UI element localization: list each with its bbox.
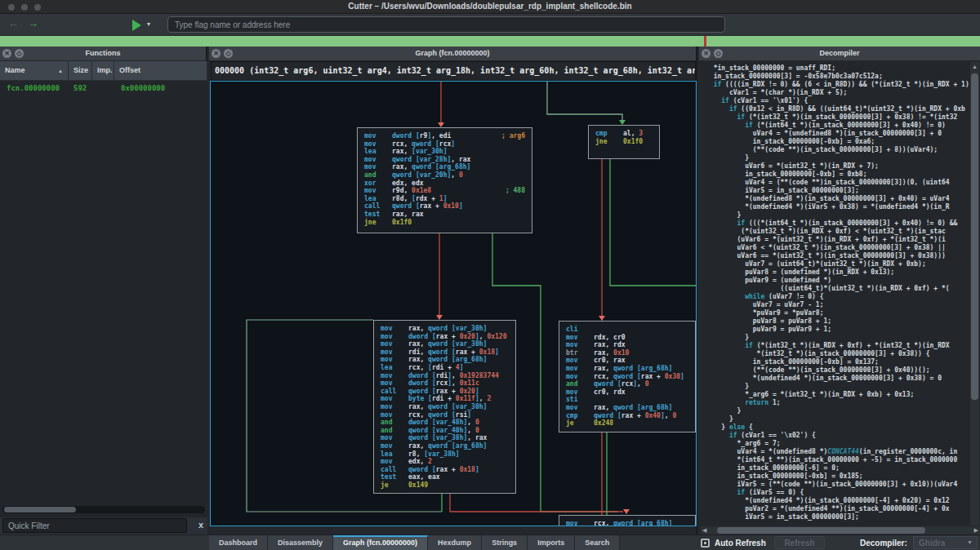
- graph-node[interactable]: climovrdx, cr0movrax, rdxbtrrax, 0x10mov…: [559, 321, 696, 432]
- scrollbar-handle[interactable]: [971, 73, 978, 400]
- auto-refresh-label: Auto Refresh: [715, 539, 766, 548]
- decompiler-line: puVar8 = (undefined *)(in_RDX + 0x13);: [706, 268, 970, 277]
- decompiler-line: }: [706, 415, 970, 424]
- debug-dropdown-caret-icon[interactable]: ▾: [147, 20, 150, 28]
- asm-instruction: xoredx, edx: [364, 180, 525, 188]
- tab-imports[interactable]: Imports: [528, 535, 575, 550]
- decompiler-line: uVar7 = uVar7 - 1;: [706, 301, 970, 309]
- asm-instruction: movrax, qword [arg_68h]: [566, 365, 688, 373]
- asm-instruction: movr9d, 0x1e8; 488: [364, 187, 525, 195]
- address-colorbar-marker: [704, 36, 706, 47]
- decompiler-select-label: Decompiler:: [860, 539, 907, 548]
- decompiler-line: (uVar6 = *(uint32_t *)(in_RDX + 0xf) + *…: [706, 236, 970, 244]
- decompiler-line: puVar8 = puVar8 + 1;: [706, 317, 970, 326]
- decompiler-line: *_arg6 = 7;: [706, 440, 970, 448]
- decompiler-vertical-scrollbar[interactable]: ▲: [970, 62, 979, 526]
- asm-instruction: movrax, qword [arg_68h]: [381, 442, 509, 450]
- decompiler-line: *(undefined4 *)(in_stack_00000000[3] + 0…: [706, 375, 970, 383]
- refresh-button[interactable]: Refresh: [774, 536, 825, 549]
- graph-node[interactable]: movrcx, qword [arg_68h]: [559, 515, 696, 526]
- back-arrow-icon[interactable]: ←: [8, 17, 19, 29]
- scroll-up-icon[interactable]: ▲: [972, 64, 978, 69]
- checkbox-mark-icon: [704, 542, 706, 544]
- column-header-imp[interactable]: Imp.: [92, 61, 114, 81]
- graph-node[interactable]: cmpal, 3jne0x1f0: [588, 125, 660, 159]
- asm-instruction: movcr0, rax: [566, 357, 688, 365]
- graph-panel-header: ✕ ◇ Graph (fcn.00000000): [209, 47, 696, 61]
- decompiler-line: }: [706, 334, 970, 342]
- decompiler-horizontal-scrollbar[interactable]: ◀ ▶: [701, 526, 980, 534]
- decompiler-line: *(int32_t *)(in_stack_00000000[3] + 0x38…: [706, 350, 970, 358]
- asm-instruction: jne0x1f0: [595, 138, 653, 146]
- debug-start-icon[interactable]: [132, 20, 141, 31]
- decompiler-line: if ((((in_RDX != 0) && (6 < in_R8D)) && …: [706, 81, 970, 89]
- decompiler-line: uVar4 = (**(code **)in_stack_00000000[3]…: [706, 179, 970, 187]
- decompiler-line: uVar7 = (uint64_t)*(uint32_t *)(in_RDX +…: [706, 260, 970, 268]
- address-search-input[interactable]: [167, 16, 725, 33]
- decompiler-line: if (cVar1 == '\x02') {: [706, 432, 970, 440]
- asm-instruction: movbyte [rdi + 0x11f], 2: [381, 395, 509, 403]
- tab-dashboard[interactable]: Dashboard: [209, 535, 268, 550]
- graph-node[interactable]: movrax, qword [var_30h]movdword [rax + 0…: [373, 320, 516, 494]
- address-colorbar[interactable]: [0, 36, 980, 47]
- function-offset: 0x00000000: [121, 84, 165, 92]
- decompiler-select[interactable]: Ghidra▼: [913, 536, 978, 549]
- quick-filter-row: x: [0, 517, 207, 534]
- graph-node[interactable]: movdword [r9], edi; arg6movrcx, qword [r…: [357, 127, 532, 233]
- tab-disassembly[interactable]: Disassembly: [268, 535, 333, 550]
- decompiler-line: *in_stack_00000000 = unaff_RDI;: [706, 64, 970, 73]
- asm-instruction: movrcx, qword [rcx]: [364, 140, 525, 149]
- tab-strings[interactable]: Strings: [482, 535, 528, 550]
- tab-search[interactable]: Search: [575, 535, 620, 550]
- asm-instruction: movrax, qword [arg_68h]: [364, 163, 525, 171]
- decompiler-line: uVar6 == *(uint32_t *)(in_stack_00000000…: [706, 252, 970, 260]
- function-signature: 000000 (int32_t arg6, uint32_t arg4, int…: [215, 66, 696, 75]
- decompiler-line: while (uVar7 != 0) {: [706, 293, 970, 301]
- function-row[interactable]: fcn.00000000 592 0x00000000: [0, 81, 207, 94]
- graph-canvas[interactable]: movdword [r9], edi; arg6movrcx, qword [r…: [210, 81, 697, 526]
- decompiler-line: iVar5 = in_stack_00000000[3];: [706, 187, 970, 195]
- asm-instruction: movrax, qword [arg_68h]: [381, 356, 509, 364]
- asm-instruction: anddword [var_48h], 0: [381, 419, 509, 427]
- column-header-size[interactable]: Size: [69, 61, 92, 81]
- decompiler-line: uVar4 = *(undefined8 *)CONCAT44(in_regis…: [706, 448, 970, 456]
- clear-filter-button[interactable]: x: [198, 520, 203, 530]
- decompiler-line: } else {: [706, 424, 970, 432]
- column-header-offset[interactable]: Offset: [114, 61, 207, 81]
- toolbar: ← → ▾: [0, 14, 980, 36]
- decompiler-line: *(undefined4 *)(iVar5 + 0x38) = *(undefi…: [706, 203, 970, 211]
- scrollbar-handle[interactable]: [4, 507, 76, 512]
- decompiler-line: *(undefined4 *)(in_stack_00000000[-4] + …: [706, 497, 970, 505]
- decompiler-code[interactable]: *in_stack_00000000 = unaff_RDI; in_stack…: [701, 62, 970, 526]
- forward-arrow-icon[interactable]: →: [28, 17, 38, 29]
- asm-instruction: testrax, rax: [364, 211, 525, 219]
- asm-instruction: movrcx, qword [arg_68h]: [566, 520, 688, 526]
- decompiler-line: in_stack_00000000[-0xb] = 0xa6;: [706, 138, 970, 146]
- asm-instruction: callqword [rax + 0x10]: [364, 202, 525, 211]
- quick-filter-input[interactable]: [2, 518, 187, 533]
- scrollbar-handle[interactable]: [717, 527, 925, 534]
- scroll-left-icon[interactable]: ◀: [702, 527, 706, 534]
- titlebar: Cutter – /Users/wvu/Downloads/doublepuls…: [0, 0, 980, 14]
- scroll-right-icon[interactable]: ▶: [974, 527, 978, 534]
- tab-graph-fcn-00000000[interactable]: Graph (fcn.00000000): [333, 535, 428, 550]
- auto-refresh-checkbox[interactable]: [701, 539, 710, 548]
- asm-instruction: movrax, qword [var_30h]: [381, 403, 509, 411]
- asm-instruction: movrax, qword [var_30h]: [381, 340, 509, 348]
- graph-panel-title: Graph (fcn.00000000): [209, 49, 696, 57]
- asm-instruction: callqword [rax + 0x18]: [381, 466, 509, 474]
- functions-horizontal-scrollbar[interactable]: [2, 506, 205, 513]
- tab-hexdump[interactable]: Hexdump: [428, 535, 482, 550]
- decompiler-line: uVar4 = *(undefined8 *)(in_stack_0000000…: [706, 130, 970, 138]
- asm-instruction: movrax, rdx: [566, 341, 688, 349]
- asm-instruction: learcx, [rdi + 4]: [381, 364, 509, 372]
- decompiler-line: in_stack_00000000[-0xb] = 0xb8;: [706, 171, 970, 179]
- column-header-name[interactable]: Name▲: [0, 61, 69, 81]
- decompiler-line: if (iVar5 == 0) {: [706, 489, 970, 497]
- decompiler-line: in_stack_00000000[-0xb] = 0x185;: [706, 472, 970, 481]
- asm-instruction: movrdx, cr0: [566, 334, 688, 342]
- decompiler-line: if (*(int32_t *)(in_RDX + 0xf) + *(int32…: [706, 342, 970, 350]
- decompiler-line: iVar5 = in_stack_00000000[3];: [706, 513, 970, 521]
- decompiler-panel-title: Decompiler: [699, 49, 980, 57]
- decompiler-line: }: [706, 407, 970, 415]
